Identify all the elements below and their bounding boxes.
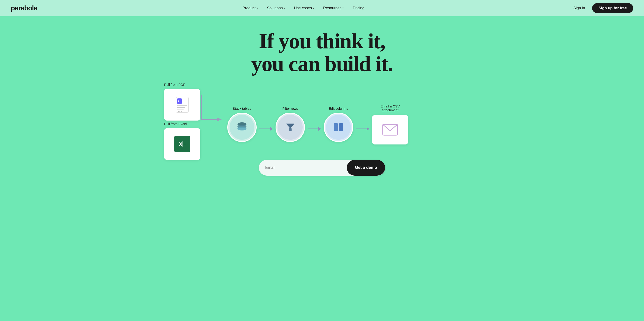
source-nodes: Pull from PDF AI PDF Pull from [164,89,200,160]
svg-rect-22 [334,123,338,131]
columns-icon [332,121,344,133]
stack-tables-inner [230,115,254,140]
get-demo-button[interactable]: Get a demo [347,160,385,176]
step-filter-rows: Filter rows [276,107,305,142]
step-stack-label: Stack tables [233,107,251,110]
sign-in-link[interactable]: Sign in [570,4,588,12]
edit-columns-circle [324,113,353,142]
excel-icon-svg: X [177,139,187,149]
svg-marker-21 [318,127,321,131]
chevron-down-icon: ▾ [256,7,258,10]
excel-card: X [164,128,200,160]
svg-marker-18 [270,127,273,131]
step-edit-columns: Edit columns [324,107,353,142]
stack-tables-circle [227,113,256,142]
layers-icon [236,121,248,133]
svg-marker-13 [217,118,222,121]
excel-icon: X [174,136,190,152]
chevron-down-icon: ▾ [313,7,314,10]
nav-resources[interactable]: Resources ▾ [320,4,347,12]
edit-columns-inner [326,115,351,140]
logo[interactable]: parabola [11,4,37,12]
step-email-output: Email a CSV attachment [372,104,408,144]
step-filter-label: Filter rows [282,107,298,110]
pdf-card: AI PDF [164,89,200,121]
bracket-connector-svg [199,91,222,148]
hero-title: If you think it, you can build it. [251,30,393,75]
filter-icon [284,121,296,133]
steps-row: Stack tables [227,104,408,144]
step-email-label: Email a CSV attachment [376,104,405,112]
sign-up-button[interactable]: Sign up for free [592,3,633,13]
arrow-3 [356,126,369,132]
cta-area: Get a demo [259,160,385,176]
email-icon [382,124,398,136]
nav-product[interactable]: Product ▾ [239,4,262,12]
nav-solutions[interactable]: Solutions ▾ [263,4,289,12]
excel-source-wrapper: Pull from Excel X [164,128,200,160]
filter-rows-circle [276,113,305,142]
step-stack-tables: Stack tables [227,107,256,142]
workflow-diagram: Pull from PDF AI PDF Pull from [164,89,480,160]
svg-rect-23 [339,123,343,131]
svg-rect-19 [289,128,292,131]
chevron-down-icon: ▾ [342,7,344,10]
filter-rows-inner [278,115,302,140]
chevron-down-icon: ▾ [284,7,285,10]
nav-actions: Sign in Sign up for free [570,3,633,13]
arrow-icon-1 [259,126,273,132]
navigation: parabola Product ▾ Solutions ▾ Use cases… [0,0,644,16]
arrow-2 [308,126,321,132]
arrow-icon-3 [356,126,369,132]
svg-text:PDF: PDF [178,110,182,112]
pdf-source-wrapper: Pull from PDF AI PDF [164,89,200,121]
arrow-icon-2 [308,126,321,132]
excel-label: Pull from Excel [164,122,187,126]
step-edit-label: Edit columns [329,107,348,110]
svg-marker-25 [367,127,369,131]
nav-links: Product ▾ Solutions ▾ Use cases ▾ Resour… [239,4,368,12]
email-input[interactable] [259,165,347,170]
nav-pricing[interactable]: Pricing [349,4,368,12]
svg-text:AI: AI [178,100,180,103]
svg-point-16 [238,127,246,131]
pdf-label: Pull from PDF [164,83,185,87]
arrow-1 [259,126,273,132]
nav-use-cases[interactable]: Use cases ▾ [290,4,318,12]
hero-section: If you think it, you can build it. Pull … [0,16,644,321]
pdf-icon: AI PDF [176,97,189,113]
email-card [372,115,408,144]
